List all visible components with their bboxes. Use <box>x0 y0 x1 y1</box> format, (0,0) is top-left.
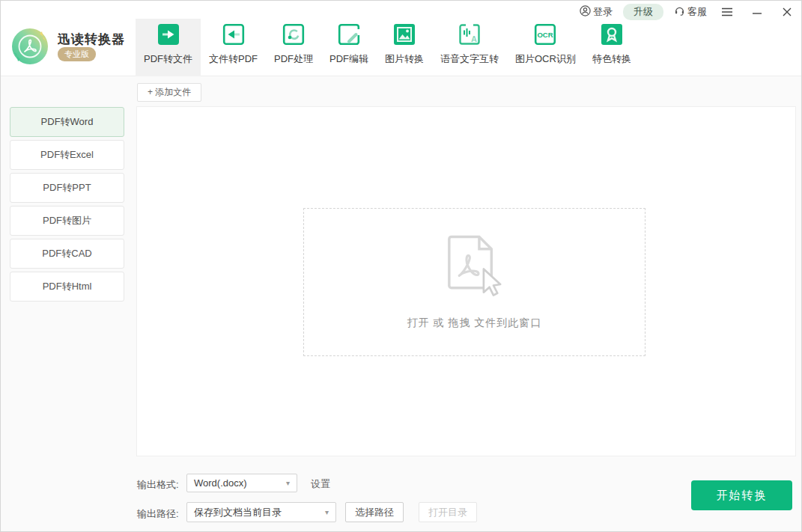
sidebar-item-pdf-to-image[interactable]: PDF转图片 <box>10 206 124 236</box>
login-button[interactable]: 登录 <box>580 5 613 19</box>
svg-text:OCR: OCR <box>538 31 553 39</box>
tab-label: PDF编辑 <box>329 52 368 66</box>
file-to-pdf-icon <box>222 23 245 46</box>
pdf-to-file-icon <box>157 23 180 46</box>
tab-voice-text[interactable]: A 语音文字互转 <box>432 19 507 76</box>
upgrade-button[interactable]: 升级 <box>623 4 663 20</box>
pdf-edit-icon <box>338 23 360 46</box>
user-circle-icon <box>580 5 591 19</box>
menu-icon[interactable] <box>717 4 737 20</box>
choose-path-button[interactable]: 选择路径 <box>345 502 404 522</box>
file-list-panel: 打开 或 拖拽 文件到此窗口 <box>136 106 796 456</box>
header: 登录 升级 客服 <box>1 1 801 76</box>
tab-file-to-pdf[interactable]: 文件转PDF <box>201 19 266 76</box>
output-format-label: 输出格式: <box>137 478 179 492</box>
svg-text:A: A <box>471 34 477 43</box>
tab-label: 图片转换 <box>385 52 424 66</box>
tab-label: 语音文字互转 <box>440 52 499 66</box>
tab-pdf-to-file[interactable]: PDF转文件 <box>136 19 201 76</box>
tab-pdf-edit[interactable]: PDF编辑 <box>321 19 377 76</box>
titlebar: 登录 升级 客服 <box>580 4 797 20</box>
voice-text-icon: A <box>458 23 481 46</box>
tab-label: 图片OCR识别 <box>515 52 576 66</box>
tab-image-convert[interactable]: 图片转换 <box>377 19 432 76</box>
output-format-value: Word(.docx) <box>194 477 247 489</box>
ocr-icon: OCR <box>534 23 556 46</box>
sidebar-item-pdf-to-ppt[interactable]: PDF转PPT <box>10 173 124 203</box>
output-path-select[interactable]: 保存到文档当前目录 ▾ <box>186 502 336 522</box>
medal-icon <box>601 23 623 46</box>
app-title: 迅读转换器 <box>58 31 125 48</box>
sidebar: PDF转Word PDF转Excel PDF转PPT PDF转图片 PDF转CA… <box>10 107 124 305</box>
open-directory-button[interactable]: 打开目录 <box>419 502 477 522</box>
file-dropzone[interactable]: 打开 或 拖拽 文件到此窗口 <box>303 208 645 356</box>
output-path-value: 保存到文档当前目录 <box>194 506 282 519</box>
edition-badge: 专业版 <box>58 47 96 61</box>
tab-label: 特色转换 <box>592 52 631 66</box>
sidebar-item-pdf-to-excel[interactable]: PDF转Excel <box>10 140 124 170</box>
app-window: 登录 升级 客服 <box>0 0 802 532</box>
chevron-down-icon: ▾ <box>325 508 329 516</box>
output-format-select[interactable]: Word(.docx) ▾ <box>186 474 297 492</box>
chevron-down-icon: ▾ <box>286 479 290 487</box>
output-path-label: 输出路径: <box>137 507 179 521</box>
sidebar-item-pdf-to-cad[interactable]: PDF转CAD <box>10 239 124 269</box>
login-label: 登录 <box>593 5 613 19</box>
sidebar-item-pdf-to-word[interactable]: PDF转Word <box>10 107 124 137</box>
add-file-button[interactable]: + 添加文件 <box>137 83 201 102</box>
app-logo-icon <box>10 27 49 66</box>
main-nav: PDF转文件 文件转PDF PDF处理 PDF编辑 <box>136 19 640 76</box>
dropzone-hint: 打开 或 拖拽 文件到此窗口 <box>407 317 542 330</box>
support-button[interactable]: 客服 <box>674 5 707 19</box>
tab-pdf-process[interactable]: PDF处理 <box>266 19 321 76</box>
tab-label: PDF处理 <box>274 52 313 66</box>
close-icon[interactable] <box>777 4 797 20</box>
image-convert-icon <box>393 23 416 46</box>
sidebar-item-pdf-to-html[interactable]: PDF转Html <box>10 272 124 302</box>
support-label: 客服 <box>687 5 707 19</box>
pdf-process-icon <box>282 23 305 46</box>
settings-link[interactable]: 设置 <box>311 477 330 491</box>
tab-label: PDF转文件 <box>144 52 192 66</box>
pdf-document-cursor-icon <box>436 234 514 309</box>
minimize-icon[interactable] <box>747 4 767 20</box>
tab-label: 文件转PDF <box>209 52 258 66</box>
tab-ocr[interactable]: OCR 图片OCR识别 <box>507 19 584 76</box>
start-convert-button[interactable]: 开始转换 <box>691 480 792 510</box>
tab-special-convert[interactable]: 特色转换 <box>584 19 640 76</box>
headset-icon <box>674 5 685 19</box>
